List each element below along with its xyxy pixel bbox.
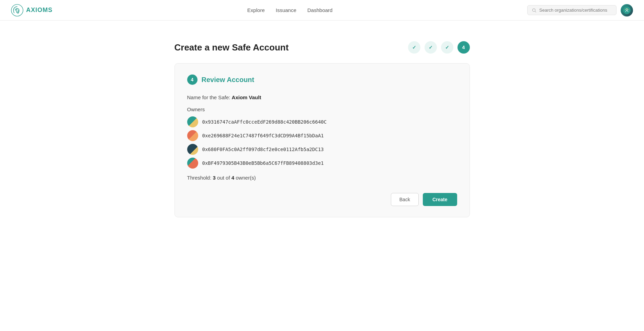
- search-box[interactable]: [527, 5, 617, 15]
- step-3-check: ✓: [445, 45, 449, 50]
- avatar[interactable]: [621, 4, 633, 16]
- navbar: AXIOMS Explore Issuance Dashboard: [0, 0, 644, 21]
- owner-list: 0x9316747caAFfc0cceEdF269d88c420BB206c66…: [187, 116, 457, 169]
- section-header: 4 Review Account: [187, 75, 457, 85]
- owner-1-address: 0x9316747caAFfc0cceEdF269d88c420BB206c66…: [202, 119, 327, 125]
- owner-1-avatar: [187, 116, 198, 127]
- owner-4-address: 0xBF4979305B43B0eB5Bb6a5C67fFB89408803d3…: [202, 160, 324, 166]
- logo-area: AXIOMS: [11, 4, 53, 16]
- step-1-check: ✓: [412, 45, 416, 50]
- threshold-label: Threshold:: [187, 175, 212, 181]
- owner-2-avatar: [187, 130, 198, 141]
- back-button[interactable]: Back: [391, 193, 419, 206]
- owner-3-address: 0x680F0FA5c0A2ff097d8cf2e0ce0112Afb5a2DC…: [202, 147, 324, 152]
- nav-link-issuance[interactable]: Issuance: [276, 7, 296, 13]
- step-3: ✓: [441, 41, 453, 54]
- page-title: Create a new Safe Account: [174, 42, 289, 53]
- step-2-check: ✓: [429, 45, 433, 50]
- owner-2-address: 0xe269688F24e1C7487f649fC3dCD99A4Bf15bDa…: [202, 133, 324, 138]
- step-indicators: ✓ ✓ ✓ 4: [408, 41, 470, 54]
- owners-label: Owners: [187, 106, 457, 112]
- nav-link-explore[interactable]: Explore: [247, 7, 265, 13]
- section-number: 4: [187, 75, 197, 85]
- owner-item: 0x680F0FA5c0A2ff097d8cf2e0ce0112Afb5a2DC…: [187, 144, 457, 155]
- owner-item: 0x9316747caAFfc0cceEdF269d88c420BB206c66…: [187, 116, 457, 127]
- step-2: ✓: [425, 41, 437, 54]
- owner-3-avatar: [187, 144, 198, 155]
- safe-name-value: Axiom Vault: [232, 94, 261, 100]
- threshold-value: 3: [213, 175, 216, 181]
- create-button[interactable]: Create: [423, 193, 457, 206]
- search-icon: [532, 8, 536, 13]
- svg-point-1: [532, 9, 535, 11]
- section-title: Review Account: [202, 76, 255, 84]
- step-4: 4: [457, 41, 470, 54]
- owner-item: 0xe269688F24e1C7487f649fC3dCD99A4Bf15bDa…: [187, 130, 457, 141]
- logo-icon: [11, 4, 23, 16]
- svg-line-2: [535, 11, 536, 12]
- safe-name-label: Name for the Safe:: [187, 94, 230, 100]
- nav-links: Explore Issuance Dashboard: [247, 7, 332, 13]
- threshold-owners-suffix: owner(s): [236, 175, 256, 181]
- threshold-total: 4: [231, 175, 234, 181]
- svg-point-0: [11, 4, 23, 16]
- navbar-right: [527, 4, 633, 16]
- nav-link-dashboard[interactable]: Dashboard: [307, 7, 332, 13]
- form-card: 4 Review Account Name for the Safe: Axio…: [174, 63, 470, 217]
- page-header: Create a new Safe Account ✓ ✓ ✓ 4: [174, 41, 470, 54]
- step-4-label: 4: [462, 45, 465, 50]
- search-input[interactable]: [539, 8, 612, 13]
- main-content: Create a new Safe Account ✓ ✓ ✓ 4 4 Revi…: [168, 41, 477, 217]
- threshold-row: Threshold: 3 out of 4 owner(s): [187, 175, 457, 181]
- owner-4-avatar: [187, 158, 198, 169]
- step-1: ✓: [408, 41, 420, 54]
- safe-name-field: Name for the Safe: Axiom Vault: [187, 94, 457, 100]
- app-name: AXIOMS: [26, 7, 53, 14]
- owner-item: 0xBF4979305B43B0eB5Bb6a5C67fFB89408803d3…: [187, 158, 457, 169]
- threshold-out-of: out of: [217, 175, 231, 181]
- card-footer: Back Create: [187, 193, 457, 206]
